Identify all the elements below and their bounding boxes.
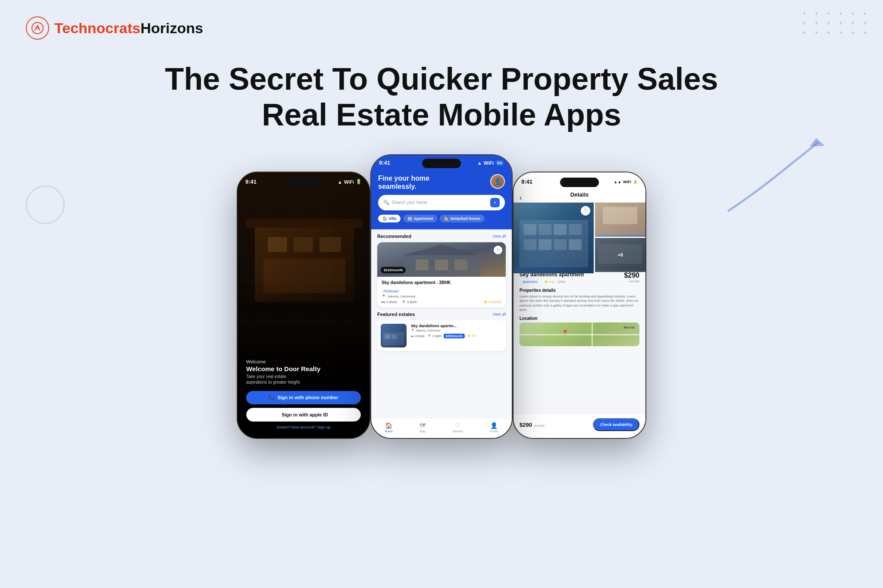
nav-wishlist[interactable]: ♡ Wishlist — [453, 422, 463, 433]
details-section-label: Properties details — [520, 288, 639, 293]
filter-button[interactable]: ≡ — [490, 198, 500, 207]
house-icon: 🏡 — [444, 216, 449, 221]
phone3-info: Sky dandelions apartment Apartment ⭐ 4.9… — [514, 267, 645, 355]
logo-text: TechnocratsHorizons — [54, 20, 203, 37]
phone1-time: 9:41 — [245, 178, 257, 185]
svg-rect-8 — [319, 237, 341, 252]
side-image-1 — [595, 203, 645, 237]
phone2-frame: 9:41 ▲ WiFi 5G Fine your homeseamlessly. — [370, 154, 513, 439]
phone1-dynamic-island — [284, 178, 323, 187]
sign-up-link[interactable]: Sign up — [317, 425, 331, 429]
header: TechnocratsHorizons — [0, 0, 883, 40]
svg-rect-14 — [416, 260, 429, 270]
card-location-1: 📍 Jakarta, Indonesia — [382, 294, 501, 298]
phone1-frame: 9:41 ▲ WiFi 🔋 Welcome Welcome to Door Re… — [237, 172, 370, 439]
map-road-horizontal — [520, 334, 639, 335]
more-photos-overlay: +6 — [595, 238, 645, 272]
check-availability-button[interactable]: Check availability — [593, 418, 639, 431]
phone2-greeting: Fine your homeseamlessly. — [378, 174, 429, 191]
side-image-2: +6 — [595, 238, 645, 272]
card-details-1: 🛏 4 Beds 🚿 2 Bath ⭐ 4.9(230) — [382, 300, 501, 304]
svg-rect-16 — [454, 260, 467, 270]
svg-rect-29 — [554, 239, 567, 250]
estate-pin-icon: 📍 — [411, 329, 415, 332]
recommended-card: $210/month ♡ Sky dandelions apartment - … — [377, 242, 506, 307]
property-type: Apartment — [520, 279, 541, 285]
phone1-status-icons: ▲ WiFi 🔋 — [338, 179, 362, 185]
heart-button[interactable]: ♡ — [581, 206, 590, 216]
baths-detail: 🚿 2 Bath — [401, 300, 417, 304]
estate-list-item-1: Sky dandelions apartm... 📍 Jakarta, Indo… — [377, 320, 506, 351]
bath-icon: 🚿 — [401, 300, 406, 304]
tab-detached[interactable]: 🏡 Detached house — [440, 215, 485, 222]
svg-rect-27 — [523, 239, 536, 250]
map-pin: 📍 — [561, 329, 569, 336]
estate-beds: 🛏 4 Beds — [411, 335, 425, 338]
logo: TechnocratsHorizons — [26, 16, 203, 40]
svg-rect-28 — [539, 239, 551, 250]
phone1-tagline: Take your real estateaspirations to grea… — [246, 374, 361, 385]
view-all-recommended[interactable]: View all — [492, 234, 506, 238]
main-title: The Secret To Quicker Property Sales Rea… — [0, 61, 883, 133]
phone3-time: 9:41 — [521, 178, 532, 185]
phone3-frame: 9:41 ▲▲ WiFi 🔋 ‹ Details — [513, 172, 646, 439]
featured-title: Featured estates — [377, 312, 415, 317]
main-property-image: ♡ — [514, 203, 594, 273]
property-images: ♡ — [514, 203, 645, 267]
profile-icon: 👤 — [490, 422, 498, 429]
card-type-badge: Penthouse — [382, 289, 400, 293]
phone1-wrapper: 9:41 ▲ WiFi 🔋 Welcome Welcome to Door Re… — [202, 172, 370, 439]
tab-apartment[interactable]: 🏢 Apartment — [403, 215, 437, 222]
property-price: $290 — [624, 272, 639, 279]
star-icon: ⭐ — [483, 300, 488, 304]
estate-price: $290/month — [444, 334, 465, 338]
recommended-title: Recommended — [377, 234, 411, 239]
featured-section-header: Featured estates View all — [377, 312, 506, 317]
svg-rect-30 — [569, 239, 582, 250]
card-title-1: Sky dandelions apartment - 3BHK — [382, 280, 501, 285]
phones-showcase: 9:41 ▲ WiFi 🔋 Welcome Welcome to Door Re… — [0, 154, 883, 439]
svg-rect-26 — [569, 224, 582, 235]
view-all-featured[interactable]: View all — [492, 312, 506, 316]
estate-rating: ⭐ 4.9 — [467, 334, 476, 338]
estate-bath-icon: 🚿 — [427, 334, 431, 338]
back-button[interactable]: ‹ — [520, 194, 522, 202]
estate-name: Sky dandelions apartm... — [411, 324, 502, 328]
svg-rect-6 — [268, 237, 287, 252]
svg-point-2 — [36, 27, 39, 29]
search-icon: 🔍 — [383, 200, 389, 205]
sign-in-phone-button[interactable]: 📞 Sign in with phone number — [246, 391, 361, 404]
price-display: $290 /month — [624, 272, 639, 283]
nav-profile[interactable]: 👤 Profile — [490, 422, 498, 433]
avatar-image: 👤 — [491, 175, 504, 188]
footer-price-sub: /month — [534, 424, 544, 428]
review-count: (230) — [557, 280, 566, 284]
estate-baths: 🚿 2 Bath — [427, 334, 441, 338]
tab-villa[interactable]: 🏠 Villa — [378, 215, 401, 222]
map-road-vertical — [592, 322, 593, 346]
search-input[interactable]: Search your home — [392, 200, 488, 205]
phone2-body: Recommended View all — [371, 229, 512, 355]
card-rating-1: ⭐ 4.9(230) — [483, 300, 501, 304]
beds-detail: 🛏 4 Beds — [382, 300, 397, 304]
svg-rect-24 — [539, 224, 551, 235]
phone1-no-account: Doesn't have account? Sign up — [246, 425, 361, 429]
footer-price: $290 — [520, 422, 532, 428]
sign-in-apple-button[interactable]: Sign in with apple ID — [246, 408, 361, 422]
phone2-dynamic-island — [422, 159, 461, 168]
nav-map[interactable]: 🗺 Map — [420, 422, 426, 433]
estate-thumbnail — [381, 324, 407, 347]
home-icon: 🏠 — [385, 422, 392, 429]
phone2-header-top: Fine your homeseamlessly. 👤 — [378, 174, 505, 191]
heart-nav-icon: ♡ — [455, 422, 460, 429]
search-bar[interactable]: 🔍 Search your home ≡ — [378, 195, 505, 210]
title-line2: Real Estate Mobile Apps — [262, 97, 621, 132]
map-street-label: Mior Av. — [623, 326, 635, 329]
heart-icon-1[interactable]: ♡ — [494, 246, 502, 254]
nav-home[interactable]: 🏠 Home — [385, 422, 393, 433]
star-rating: ⭐ 4.9 — [544, 280, 554, 284]
phone1-content: Welcome Welcome to Door Realty Take your… — [238, 352, 369, 438]
bottom-nav: 🏠 Home 🗺 Map ♡ Wishlist 👤 Profile — [371, 418, 512, 438]
logo-icon — [26, 16, 49, 40]
user-avatar: 👤 — [490, 174, 505, 189]
